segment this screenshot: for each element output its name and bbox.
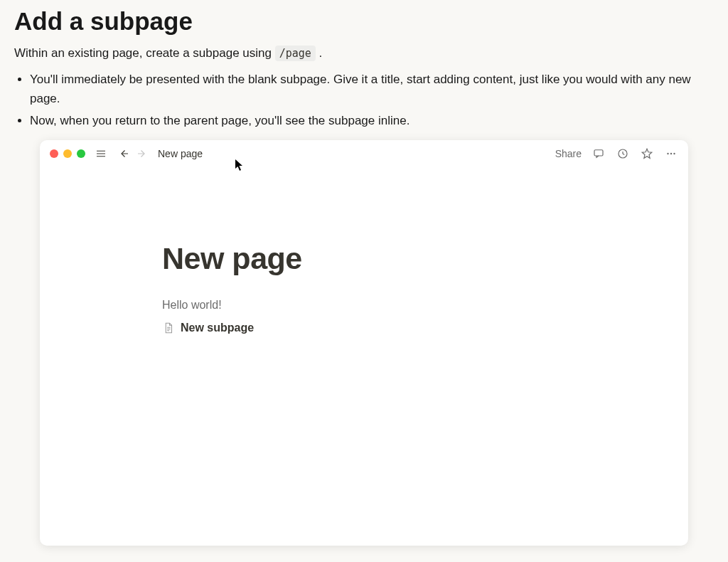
forward-arrow-icon[interactable] <box>135 147 149 161</box>
more-menu-icon[interactable] <box>664 147 678 161</box>
minimize-window-button[interactable] <box>63 149 72 158</box>
page-content: New page Hello world! New subpage <box>40 167 688 334</box>
maximize-window-button[interactable] <box>77 149 85 158</box>
window-controls <box>50 149 85 158</box>
intro-text-suffix: . <box>319 46 323 60</box>
subpage-title: New subpage <box>181 322 254 334</box>
svg-point-10 <box>673 153 675 154</box>
intro-text-prefix: Within an existing page, create a subpag… <box>14 46 275 60</box>
instruction-list: You'll immediately be presented with the… <box>30 70 714 131</box>
section-heading: Add a subpage <box>14 7 714 36</box>
intro-paragraph: Within an existing page, create a subpag… <box>14 44 714 63</box>
svg-marker-7 <box>642 149 652 158</box>
nav-arrows <box>117 147 149 161</box>
inline-code-page: /page <box>275 46 316 61</box>
svg-point-9 <box>670 153 672 154</box>
instruction-item: Now, when you return to the parent page,… <box>30 111 714 130</box>
app-window: New page Share New <box>40 140 688 546</box>
back-arrow-icon[interactable] <box>117 147 131 161</box>
topbar-actions: Share <box>555 147 678 161</box>
window-topbar: New page Share <box>40 140 688 167</box>
star-icon[interactable] <box>640 147 654 161</box>
subpage-link[interactable]: New subpage <box>162 322 688 334</box>
close-window-button[interactable] <box>50 149 58 158</box>
page-text-block[interactable]: Hello world! <box>162 299 688 312</box>
mouse-cursor-icon <box>235 159 245 171</box>
instruction-item: You'll immediately be presented with the… <box>30 70 714 108</box>
svg-point-8 <box>667 153 668 154</box>
page-icon <box>162 322 175 334</box>
svg-rect-5 <box>594 150 603 156</box>
breadcrumb[interactable]: New page <box>158 148 203 159</box>
clock-icon[interactable] <box>616 147 630 161</box>
hamburger-menu-icon[interactable] <box>94 147 108 161</box>
share-button[interactable]: Share <box>555 148 582 159</box>
comments-icon[interactable] <box>592 147 606 161</box>
page-title[interactable]: New page <box>162 241 688 276</box>
